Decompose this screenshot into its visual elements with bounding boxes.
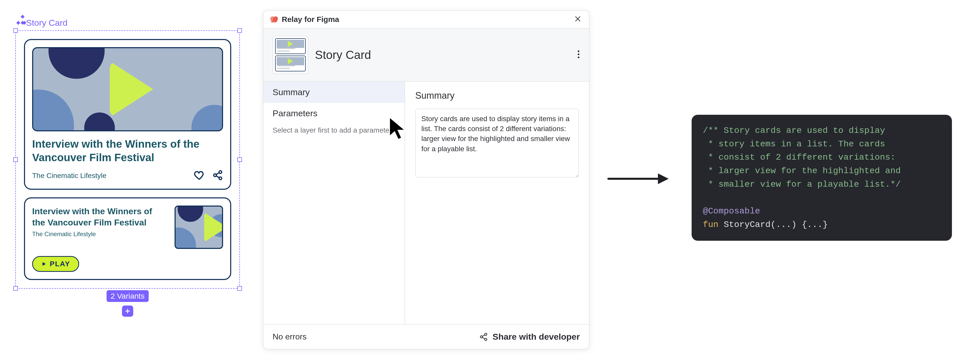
panel-titlebar: Relay for Figma [263,11,589,29]
svg-point-10 [578,54,579,55]
code-keyword: fun [703,220,724,229]
heart-icon[interactable] [194,170,205,181]
svg-point-12 [485,333,487,335]
code-comment-line: * smaller view for a playable list.*/ [703,180,900,189]
selection-handle-top-right[interactable] [237,28,242,33]
play-button[interactable]: PLAY [32,256,79,272]
component-label[interactable]: Story Card [17,18,68,28]
story-card-variant-large[interactable]: Interview with the Winners of the Vancou… [24,39,231,190]
code-identifier: StoryCard [724,220,771,229]
panel-header: Story Card [263,29,589,82]
play-button-label: PLAY [50,260,70,268]
selection-handle-mid-left[interactable] [13,157,18,162]
svg-point-13 [480,335,483,338]
svg-line-15 [482,335,485,336]
add-variant-button[interactable] [122,305,133,317]
more-button[interactable] [577,50,580,59]
story-title: Interview with the Winners of the Vancou… [32,137,223,164]
selection-handle-mid-right[interactable] [237,157,242,162]
story-thumbnail-large [32,47,223,131]
svg-point-14 [485,338,487,340]
component-thumbnail [272,36,308,74]
code-comment-line: /** Story cards are used to display [703,126,885,135]
relay-panel: Relay for Figma Story Card Summary Param… [263,10,590,350]
code-text: (...) {...} [770,220,828,229]
tab-parameters-hint: Select a layer first to add a parameter [263,124,404,141]
code-comment-line: * consist of 2 different variations: [703,153,896,162]
story-thumbnail-small [175,205,223,249]
panel-title: Relay for Figma [282,15,339,24]
component-icon [17,19,24,27]
svg-point-1 [213,174,216,177]
selection-handle-bottom-left[interactable] [13,286,18,291]
share-icon[interactable] [212,170,223,181]
svg-line-4 [216,176,219,178]
play-icon [110,61,153,117]
play-icon [204,213,223,242]
panel-content: Summary [405,82,589,324]
selection-frame[interactable]: Interview with the Winners of the Vancou… [15,30,240,289]
share-button-label: Share with developer [493,332,580,342]
panel-body: Summary Parameters Select a layer first … [263,82,589,324]
close-button[interactable] [574,15,582,24]
arrow-icon [608,173,669,184]
generated-code-block: /** Story cards are used to display * st… [692,115,952,241]
svg-point-11 [578,57,579,59]
figma-component-frame: Story Card Interview with the Winners of… [15,18,240,289]
summary-textarea[interactable] [415,109,579,178]
story-card-variant-small[interactable]: Interview with the Winners of the Vancou… [24,197,231,280]
svg-point-9 [578,51,579,52]
tab-parameters[interactable]: Parameters [263,103,404,124]
story-title: Interview with the Winners of the Vancou… [32,205,167,228]
relay-logo-icon [270,16,278,23]
component-label-text: Story Card [26,18,68,28]
variants-badge: 2 Variants [107,290,149,302]
svg-line-3 [216,173,219,175]
story-subtitle: The Cinematic Lifestyle [32,230,167,238]
share-with-developer-button[interactable]: Share with developer [479,332,580,342]
selection-handle-bottom-right[interactable] [237,286,242,291]
footer-status: No errors [272,332,307,342]
svg-line-16 [482,337,485,339]
selection-handle-top-left[interactable] [13,28,18,33]
component-name: Story Card [315,48,571,62]
panel-footer: No errors Share with developer [263,324,589,349]
panel-sidebar: Summary Parameters Select a layer first … [263,82,405,324]
code-comment-line: * larger view for the highlighted and [703,166,900,176]
story-subtitle: The Cinematic Lifestyle [32,172,107,180]
code-comment-line: * story items in a list. The cards [703,139,885,149]
svg-point-0 [219,171,222,174]
svg-point-2 [219,177,222,180]
tab-summary[interactable]: Summary [263,82,404,103]
content-heading: Summary [415,90,579,101]
code-annotation: @Composable [703,206,760,216]
